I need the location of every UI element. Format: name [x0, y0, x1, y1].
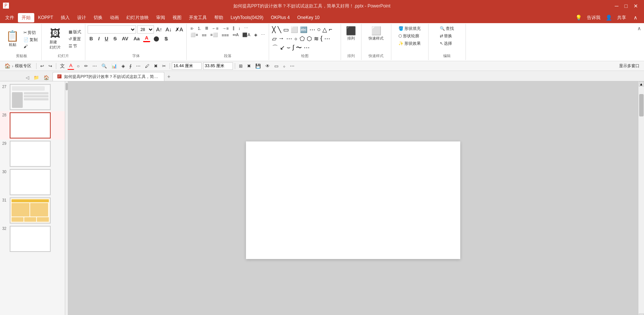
- minimize-btn[interactable]: ─: [612, 2, 622, 10]
- shape-penta-icon[interactable]: ⬠: [299, 34, 306, 43]
- slide-item-32[interactable]: 32: [0, 225, 65, 253]
- justify-btn[interactable]: ≡≡≡: [220, 32, 230, 38]
- shape-triangle-icon[interactable]: △: [322, 25, 328, 34]
- toolbar-pen[interactable]: ✏: [82, 63, 90, 69]
- align-left-btn[interactable]: ⬜≡: [189, 32, 199, 38]
- ribbon-collapse-btn[interactable]: ∧: [636, 24, 643, 33]
- shape-2-icon[interactable]: ╲: [277, 25, 282, 34]
- cut-button[interactable]: ✂ 剪切: [22, 29, 39, 36]
- toolbar-crop[interactable]: ✂: [160, 63, 168, 69]
- close-btn[interactable]: ✕: [631, 2, 641, 10]
- scrollbar-thumb[interactable]: [639, 94, 644, 116]
- menu-transitions[interactable]: 切换: [90, 13, 106, 22]
- font-size-btn2[interactable]: Aa: [132, 35, 142, 42]
- section-button[interactable]: ☰ 节: [67, 43, 83, 49]
- increase-indent-btn[interactable]: →≡: [221, 26, 230, 31]
- shape-3-icon[interactable]: ⬜: [290, 25, 299, 34]
- show-more-windows[interactable]: 显示多窗口: [619, 63, 643, 69]
- toolbar-smart[interactable]: ◈: [120, 63, 127, 69]
- font-name-select[interactable]: [88, 25, 136, 34]
- menu-okplus[interactable]: OKPlus 4: [267, 13, 294, 22]
- menu-share[interactable]: 共享: [613, 13, 630, 22]
- home-breadcrumb[interactable]: 🏠: [4, 63, 10, 69]
- shape-bend-icon[interactable]: ↙: [279, 43, 285, 53]
- slide-item-30[interactable]: 30: [0, 168, 65, 196]
- menu-lvyhtools[interactable]: LvyhTools(0429): [227, 13, 267, 22]
- decrease-indent-btn[interactable]: ←≡: [211, 26, 220, 31]
- shape-scribble-icon[interactable]: 〜: [295, 43, 303, 53]
- bullets-button[interactable]: ≡·: [189, 26, 195, 31]
- numbering-button[interactable]: 1.: [196, 26, 203, 31]
- shape-fill-button[interactable]: 🪣 形状填充: [397, 25, 422, 32]
- toolbar-marker[interactable]: 🖊: [143, 63, 151, 69]
- highlight-btn[interactable]: ⬤: [152, 35, 161, 42]
- underline-button[interactable]: U: [103, 35, 110, 42]
- font-size-select[interactable]: 28: [137, 25, 154, 34]
- slide-canvas[interactable]: [246, 141, 460, 259]
- new-slide-button[interactable]: 🖼 新建幻灯片: [44, 27, 66, 52]
- shape-more-icon[interactable]: ⋯: [309, 25, 316, 34]
- menu-design[interactable]: 设计: [73, 13, 90, 22]
- quick-styles-button[interactable]: ⬜ 快速样式: [366, 25, 386, 43]
- right-scrollbar[interactable]: ▲ ▼: [638, 81, 644, 315]
- toolbar-textbox[interactable]: 文: [58, 62, 67, 70]
- back-btn[interactable]: ◁: [24, 74, 31, 81]
- scrollbar-track[interactable]: [638, 87, 644, 314]
- toolbar-more1[interactable]: ⋯: [91, 63, 99, 69]
- columns-btn[interactable]: ∥: [231, 25, 236, 31]
- toolbar-redo[interactable]: ↪: [47, 63, 54, 69]
- shape-effect-button[interactable]: ✨ 形状效果: [397, 40, 422, 47]
- toolbar-font-color[interactable]: A: [67, 62, 75, 70]
- toolbar-undo[interactable]: ↩: [38, 63, 46, 69]
- format-painter-button[interactable]: 🖌: [22, 44, 39, 49]
- menu-slideshow[interactable]: 幻灯片放映: [123, 13, 152, 22]
- toolbar-shape[interactable]: ○: [75, 63, 81, 69]
- toolbar-border[interactable]: ▭: [272, 63, 280, 69]
- menu-animations[interactable]: 动画: [106, 13, 123, 22]
- shape-1-icon[interactable]: ╳: [271, 25, 277, 34]
- align-center-btn[interactable]: ≡≡: [200, 32, 208, 38]
- home-tab-icon[interactable]: 🏠: [42, 74, 51, 81]
- shape-arc-icon[interactable]: ⌒: [271, 43, 279, 53]
- shape-pentagon-icon[interactable]: ⬡: [306, 34, 313, 43]
- toolbar-chart[interactable]: 📊: [110, 63, 119, 69]
- toolbar-save[interactable]: 💾: [253, 63, 263, 69]
- clear-format-btn[interactable]: ✗A: [174, 26, 184, 33]
- slide-panel-scrollbar[interactable]: [65, 81, 68, 315]
- menu-insert[interactable]: 插入: [57, 13, 73, 22]
- slide-scrollbar-thumb[interactable]: [66, 83, 68, 90]
- scrollbar-down-btn[interactable]: ▼: [639, 314, 644, 315]
- strikethrough-button[interactable]: S: [111, 35, 119, 42]
- shape-parallelogram-icon[interactable]: ▱: [271, 34, 277, 43]
- menu-tellme[interactable]: 告诉我: [583, 13, 604, 22]
- menu-developer[interactable]: 开发工具: [185, 13, 211, 22]
- shape-brace-icon[interactable]: {: [320, 34, 323, 43]
- replace-button[interactable]: ⇄ 替换: [438, 33, 455, 39]
- toolbar-view[interactable]: 👁: [263, 63, 272, 69]
- shape-arrow-r-icon[interactable]: →: [278, 34, 285, 43]
- menu-help[interactable]: 帮助: [211, 13, 227, 22]
- paste-button[interactable]: 📋 粘贴: [4, 29, 21, 49]
- width-input[interactable]: [172, 62, 202, 70]
- menu-home[interactable]: 开始: [18, 13, 34, 22]
- slide-item-31[interactable]: 31: [0, 196, 65, 225]
- menu-onekey[interactable]: OneKey 10: [293, 13, 323, 22]
- slide-item-28[interactable]: 28: [0, 111, 65, 140]
- smartart-btn[interactable]: ◈: [253, 32, 259, 38]
- toolbar-more2[interactable]: ⋯: [134, 63, 142, 69]
- shape-more2-icon[interactable]: ⋯: [285, 34, 293, 43]
- shape-textbox-icon[interactable]: 🔤: [299, 25, 308, 34]
- toolbar-align[interactable]: ⬦: [281, 63, 287, 69]
- toolbar-eq[interactable]: ∮: [127, 63, 133, 69]
- menu-file[interactable]: 文件: [1, 13, 18, 22]
- toolbar-grid[interactable]: ⊞: [237, 63, 244, 69]
- templates-breadcrumb[interactable]: 模板专区: [15, 63, 31, 69]
- shape-right-icon[interactable]: ⌐: [328, 25, 333, 34]
- maximize-btn[interactable]: □: [622, 2, 631, 10]
- para-more-btn[interactable]: ⋯: [259, 32, 266, 38]
- arrange-button[interactable]: ⬛ 排列: [344, 25, 358, 43]
- align-right-btn[interactable]: ≡⬜: [209, 32, 219, 38]
- shape-diamond-icon[interactable]: ⬦: [293, 34, 299, 43]
- para-settings-btn[interactable]: ⋯: [243, 25, 250, 31]
- add-tab-btn[interactable]: +: [164, 72, 173, 81]
